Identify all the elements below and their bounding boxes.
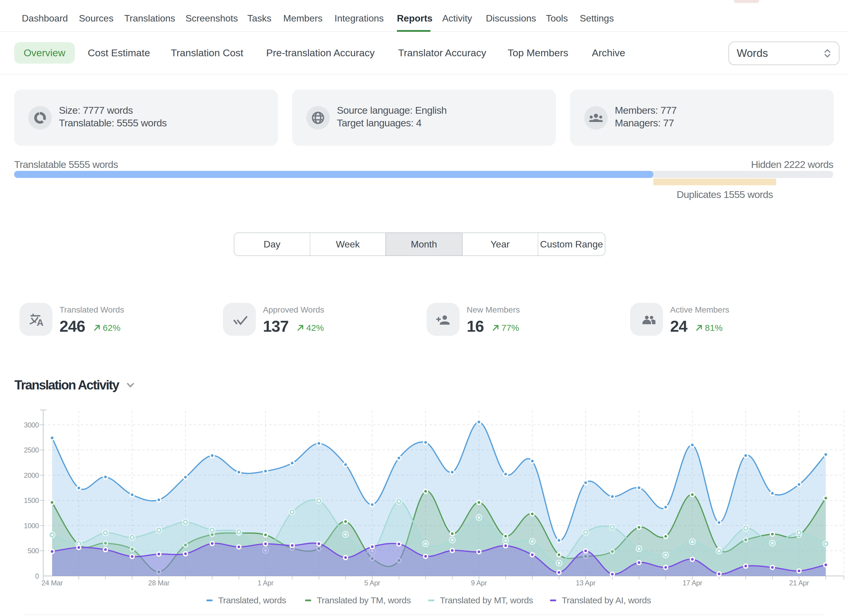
svg-text:13 Apr: 13 Apr (576, 579, 596, 587)
svg-text:2000: 2000 (24, 471, 39, 479)
svg-text:1500: 1500 (24, 496, 39, 504)
svg-text:3000: 3000 (24, 421, 39, 429)
svg-text:9 Apr: 9 Apr (471, 579, 487, 587)
svg-text:1000: 1000 (24, 522, 39, 530)
svg-text:1 Apr: 1 Apr (258, 579, 274, 587)
svg-text:17 Apr: 17 Apr (682, 579, 702, 587)
svg-text:5 Apr: 5 Apr (364, 579, 380, 587)
svg-text:2500: 2500 (24, 446, 39, 454)
svg-text:500: 500 (28, 547, 39, 555)
svg-text:24 Mar: 24 Mar (42, 579, 63, 587)
svg-text:28 Mar: 28 Mar (148, 579, 170, 587)
svg-text:21 Apr: 21 Apr (789, 579, 809, 587)
svg-text:0: 0 (35, 572, 39, 580)
